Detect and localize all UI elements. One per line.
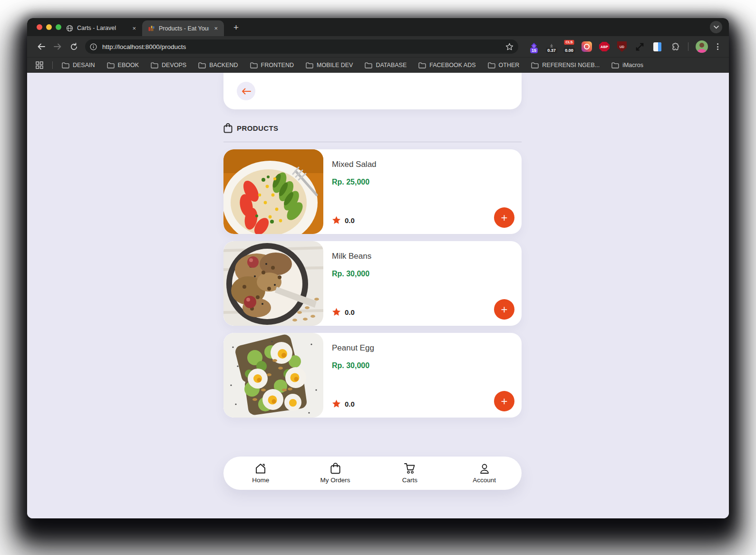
bookmark-label: MOBILE DEV — [317, 62, 353, 68]
bookmark-folder-devops[interactable]: DEVOPS — [151, 62, 186, 68]
bookmark-label: DESAIN — [73, 62, 95, 68]
bookmark-folder-frontend[interactable]: FRONTEND — [250, 62, 294, 68]
fullscreen-extension[interactable] — [633, 40, 646, 53]
folder-icon — [418, 62, 426, 68]
header-card — [223, 73, 522, 109]
product-name: Milk Beans — [332, 252, 513, 261]
new-tab-button[interactable]: + — [231, 22, 242, 33]
chevron-down-icon — [714, 26, 719, 29]
bookmark-folder-other[interactable]: OTHER — [488, 62, 520, 68]
star-icon — [332, 308, 341, 316]
bookmark-folder-imacros[interactable]: iMacros — [611, 62, 643, 68]
product-name: Mixed Salad — [332, 160, 513, 169]
folder-icon — [62, 62, 69, 68]
tab-carts-laravel[interactable]: Carts - Laravel × — [60, 20, 142, 36]
page-content: PRODUCTS — [27, 73, 729, 518]
extension-badge: 0.37 — [546, 48, 557, 53]
apps-grid-icon[interactable] — [36, 61, 43, 69]
folder-icon — [198, 62, 206, 68]
nav-item-home[interactable]: Home — [223, 457, 298, 490]
nav-item-my-orders[interactable]: My Orders — [298, 457, 373, 490]
close-window-button[interactable] — [37, 24, 42, 30]
cart-icon — [404, 463, 416, 474]
page-back-button[interactable] — [237, 82, 255, 100]
folder-icon — [488, 62, 495, 68]
bookmark-label: FACEBOOK ADS — [429, 62, 475, 68]
folder-icon — [531, 62, 539, 68]
home-icon — [255, 463, 266, 474]
tab-products-active[interactable]: Products - Eat Your Favorite F × — [142, 20, 224, 36]
star-icon — [332, 399, 341, 408]
bookmark-folder-ebook[interactable]: EBOOK — [107, 62, 139, 68]
product-card-body: Milk Beans Rp. 30,000 0.0 + — [323, 241, 522, 326]
back-arrow-icon — [242, 88, 251, 95]
browser-window: Carts - Laravel × Products - Eat Your Fa… — [27, 18, 729, 518]
site-info-icon[interactable] — [87, 40, 99, 53]
extension-instagram[interactable] — [581, 40, 593, 53]
nav-item-carts[interactable]: Carts — [373, 457, 447, 490]
extension-ublock[interactable]: UD — [616, 40, 628, 53]
tab-strip: Carts - Laravel × Products - Eat Your Fa… — [27, 18, 729, 36]
bookmark-folder-facebook-ads[interactable]: FACEBOOK ADS — [418, 62, 475, 68]
tab-close-icon[interactable]: × — [213, 25, 219, 32]
product-price: Rp. 25,000 — [332, 178, 513, 186]
minimize-window-button[interactable] — [46, 24, 52, 30]
zoom-window-button[interactable] — [56, 24, 61, 30]
reload-button[interactable] — [67, 40, 80, 53]
bookmark-star-icon[interactable] — [505, 43, 514, 51]
url-text[interactable]: http://localhost:8000/products — [102, 43, 505, 50]
star-icon — [332, 216, 341, 224]
product-image-milk-beans — [223, 241, 323, 326]
add-to-cart-button[interactable]: + — [494, 391, 514, 411]
bookmark-label: REFERENSI NGEB... — [542, 62, 600, 68]
expand-arrows-icon — [635, 42, 644, 51]
globe-icon — [66, 25, 73, 32]
nav-label: Account — [473, 477, 496, 484]
address-bar[interactable]: http://localhost:8000/products — [85, 39, 518, 54]
orders-bag-icon — [330, 463, 341, 474]
extension-adblock-plus[interactable]: ABP — [598, 40, 611, 53]
product-card-milk-beans[interactable]: Milk Beans Rp. 30,000 0.0 + — [223, 241, 522, 326]
extensions-menu-button[interactable] — [669, 40, 681, 53]
bookmark-folder-desain[interactable]: DESAIN — [62, 62, 95, 68]
bookmark-label: iMacros — [622, 62, 643, 68]
abp-icon: ABP — [599, 42, 610, 51]
instagram-icon — [582, 41, 592, 52]
bookmark-folder-referensi[interactable]: REFERENSI NGEB... — [531, 62, 600, 68]
profile-avatar[interactable] — [696, 40, 708, 53]
extension-web-vitals[interactable]: 0.37 — [545, 40, 558, 53]
browser-menu-button[interactable] — [713, 43, 722, 50]
add-to-cart-button[interactable]: + — [494, 207, 514, 228]
macos-traffic-lights — [37, 24, 61, 30]
product-image-peanut-egg — [223, 333, 323, 418]
tab-search-button[interactable] — [710, 21, 722, 33]
puzzle-icon — [670, 42, 679, 51]
back-button[interactable] — [35, 40, 48, 53]
product-card-peanut-egg[interactable]: Peanut Egg Rp. 30,000 0.0 + — [223, 333, 522, 418]
bookmark-folder-database[interactable]: DATABASE — [365, 62, 407, 68]
nav-label: Home — [252, 477, 269, 484]
add-to-cart-button[interactable]: + — [494, 299, 514, 320]
rating-value: 0.0 — [345, 400, 355, 408]
forward-button[interactable] — [51, 40, 64, 53]
extension-cls[interactable]: CLS 0.00 — [563, 40, 575, 53]
product-card-mixed-salad[interactable]: Mixed Salad Rp. 25,000 0.0 + — [223, 149, 522, 234]
side-panel-button[interactable] — [651, 40, 663, 53]
bookmark-label: EBOOK — [118, 62, 139, 68]
arrow-right-icon — [53, 43, 62, 50]
folder-icon — [151, 62, 158, 68]
nav-item-account[interactable]: Account — [447, 457, 522, 490]
side-panel-icon — [653, 42, 661, 51]
bookmark-folder-mobile-dev[interactable]: MOBILE DEV — [306, 62, 353, 68]
product-card-body: Peanut Egg Rp. 30,000 0.0 + — [323, 333, 522, 418]
bookmark-label: FRONTEND — [261, 62, 294, 68]
rating-value: 0.0 — [345, 216, 355, 224]
toolbar-separator — [688, 42, 688, 51]
bookmark-folder-backend[interactable]: BACKEND — [198, 62, 238, 68]
tab-close-icon[interactable]: × — [131, 25, 137, 32]
account-person-icon — [479, 463, 490, 474]
bookmark-label: OTHER — [499, 62, 520, 68]
bookmarks-bar: DESAIN EBOOK DEVOPS BACKEND FRONTEND MOB… — [27, 57, 729, 73]
food-favicon-icon — [148, 25, 155, 32]
extension-purple[interactable]: 15 — [528, 40, 540, 53]
